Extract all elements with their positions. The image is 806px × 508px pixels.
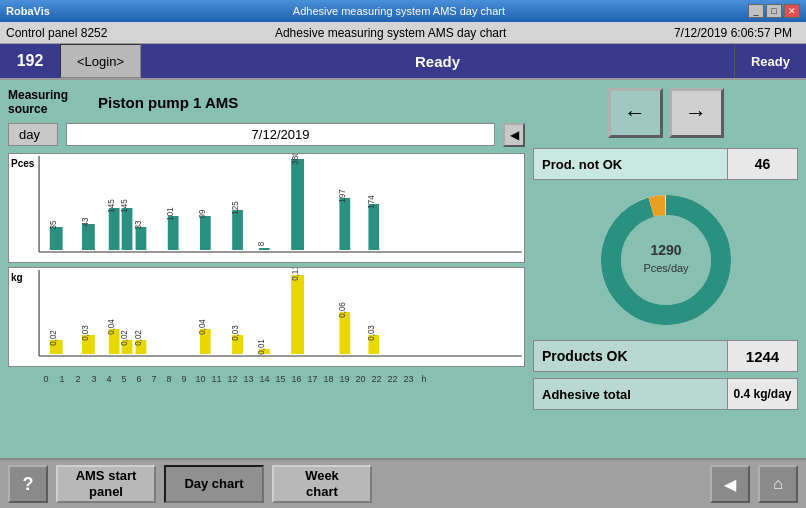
week-chart-button[interactable]: Week chart xyxy=(272,465,372,503)
pces-chart-svg: 35 43 145 145 33 101 99 xyxy=(9,154,524,262)
prod-not-ok-label: Prod. not OK xyxy=(534,157,727,172)
svg-text:10: 10 xyxy=(196,374,206,384)
svg-text:9: 9 xyxy=(182,374,187,384)
left-arrow-icon: ← xyxy=(624,100,646,126)
title-bar: RobaVis Adhesive measuring system AMS da… xyxy=(0,0,806,22)
maximize-button[interactable]: □ xyxy=(766,4,782,18)
nav-arrows: ← → xyxy=(533,88,798,138)
products-ok-label: Products OK xyxy=(534,348,727,364)
ready-status-main: Ready xyxy=(141,44,734,78)
minimize-button[interactable]: _ xyxy=(748,4,764,18)
svg-rect-10 xyxy=(136,227,147,250)
ams-start-panel-button[interactable]: AMS startpanel xyxy=(56,465,156,503)
kg-y-label: kg xyxy=(11,272,23,283)
svg-text:0,03: 0,03 xyxy=(229,325,239,341)
adhesive-total-row: Adhesive total 0.4 kg/day xyxy=(533,378,798,410)
app-subtitle: Adhesive measuring system AMS day chart xyxy=(50,5,748,17)
donut-chart-container: 1290 Pces/day xyxy=(533,186,798,334)
svg-rect-16 xyxy=(232,210,243,250)
nav-right-button[interactable]: → xyxy=(669,88,724,138)
svg-text:Pces/day: Pces/day xyxy=(643,262,689,274)
svg-rect-22 xyxy=(339,198,350,250)
svg-text:0,01: 0,01 xyxy=(256,339,266,355)
pump-name: Piston pump 1 AMS xyxy=(98,94,238,111)
svg-text:5: 5 xyxy=(122,374,127,384)
svg-point-76 xyxy=(611,205,721,315)
svg-text:11: 11 xyxy=(212,374,222,384)
kg-chart: kg 0,02 0,03 0,04 0,02 0,02 xyxy=(8,267,525,367)
svg-text:0,02: 0,02 xyxy=(133,330,143,346)
svg-text:99: 99 xyxy=(197,209,207,218)
status-bar: 192 <Login> Ready Ready xyxy=(0,44,806,80)
svg-text:3: 3 xyxy=(92,374,97,384)
svg-text:18: 18 xyxy=(324,374,334,384)
svg-text:0,11: 0,11 xyxy=(289,268,299,281)
svg-text:174: 174 xyxy=(366,195,376,209)
svg-text:0,03: 0,03 xyxy=(80,325,90,341)
svg-text:0,02: 0,02 xyxy=(48,330,58,346)
svg-rect-46 xyxy=(339,312,350,354)
help-button[interactable]: ? xyxy=(8,465,48,503)
svg-text:22: 22 xyxy=(372,374,382,384)
svg-text:1290: 1290 xyxy=(650,242,681,258)
station-id: 192 xyxy=(0,44,60,78)
svg-text:6: 6 xyxy=(137,374,142,384)
svg-text:43: 43 xyxy=(80,217,90,226)
prod-not-ok-value: 46 xyxy=(727,149,797,179)
control-panel-label: Control panel 8252 xyxy=(6,26,107,40)
svg-text:33: 33 xyxy=(133,220,143,229)
svg-text:20: 20 xyxy=(356,374,366,384)
svg-text:22: 22 xyxy=(388,374,398,384)
window-controls: _ □ ✕ xyxy=(748,4,800,18)
svg-rect-12 xyxy=(168,216,179,250)
x-axis-labels: 0 1 2 3 4 5 6 7 8 9 10 11 12 13 14 15 16… xyxy=(38,371,525,385)
svg-text:125: 125 xyxy=(229,201,239,215)
close-button[interactable]: ✕ xyxy=(784,4,800,18)
svg-text:0,03: 0,03 xyxy=(366,325,376,341)
svg-text:8: 8 xyxy=(167,374,172,384)
adhesive-total-label: Adhesive total xyxy=(534,387,727,402)
svg-text:8: 8 xyxy=(256,241,266,246)
measuring-source-label: Measuringsource xyxy=(8,88,68,117)
svg-text:4: 4 xyxy=(107,374,112,384)
bottom-toolbar: ? AMS startpanel Day chart Week chart ◀ … xyxy=(0,458,806,508)
svg-text:145: 145 xyxy=(119,199,129,213)
svg-text:19: 19 xyxy=(340,374,350,384)
svg-text:35: 35 xyxy=(48,220,58,229)
svg-rect-24 xyxy=(368,204,379,250)
svg-text:2: 2 xyxy=(76,374,81,384)
app-main-title: Adhesive measuring system AMS day chart xyxy=(115,26,665,40)
svg-text:145: 145 xyxy=(106,199,116,213)
main-content: Measuringsource Piston pump 1 AMS day 7/… xyxy=(0,80,806,458)
date-prev-button[interactable]: ◀ xyxy=(503,123,525,147)
back-nav-button[interactable]: ◀ xyxy=(710,465,750,503)
right-panel: ← → Prod. not OK 46 1290 Pces/day xyxy=(533,88,798,450)
svg-text:13: 13 xyxy=(244,374,254,384)
svg-text:0,02: 0,02 xyxy=(119,330,129,346)
svg-rect-44 xyxy=(291,275,304,354)
svg-text:0,04: 0,04 xyxy=(197,319,207,335)
svg-rect-8 xyxy=(122,208,133,250)
day-chart-button[interactable]: Day chart xyxy=(164,465,264,503)
svg-text:15: 15 xyxy=(276,374,286,384)
chart-panel: Measuringsource Piston pump 1 AMS day 7/… xyxy=(8,88,525,450)
svg-text:0: 0 xyxy=(44,374,49,384)
ready-status-right: Ready xyxy=(734,44,806,78)
products-ok-row: Products OK 1244 xyxy=(533,340,798,372)
svg-text:7: 7 xyxy=(152,374,157,384)
home-nav-button[interactable]: ⌂ xyxy=(758,465,798,503)
pces-chart: Pces 35 43 145 145 33 xyxy=(8,153,525,263)
app-title: RobaVis xyxy=(6,5,50,17)
nav-left-button[interactable]: ← xyxy=(608,88,663,138)
svg-text:17: 17 xyxy=(308,374,318,384)
svg-rect-18 xyxy=(259,248,270,250)
login-button[interactable]: <Login> xyxy=(60,44,141,78)
measuring-header: Measuringsource Piston pump 1 AMS xyxy=(8,88,525,117)
menu-bar: Control panel 8252 Adhesive measuring sy… xyxy=(0,22,806,44)
day-selector: day 7/12/2019 ◀ xyxy=(8,123,525,147)
svg-text:1: 1 xyxy=(60,374,65,384)
pces-y-label: Pces xyxy=(11,158,34,169)
adhesive-total-value: 0.4 kg/day xyxy=(727,379,797,409)
date-field[interactable]: 7/12/2019 xyxy=(66,123,495,146)
datetime-label: 7/12/2019 6:06:57 PM xyxy=(674,26,792,40)
